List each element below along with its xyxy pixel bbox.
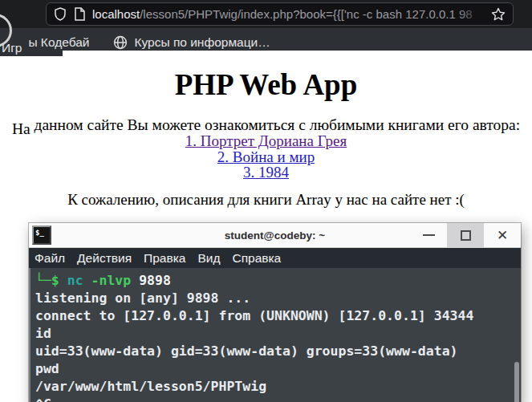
bookmark-label: ы Кодебай xyxy=(28,35,89,50)
terminal-app-icon: $_ xyxy=(32,225,51,245)
menu-help[interactable]: Справка xyxy=(232,251,281,266)
terminal-output-area[interactable]: └─$ nc -nlvp 9898 listening on [any] 989… xyxy=(29,268,521,402)
book-link-1[interactable]: 1. Портрет Дориана Грея xyxy=(0,133,532,149)
browser-toolbar: localhost/lesson5/PHPTwig/index.php?book… xyxy=(0,0,532,28)
terminal-output-line: pwd xyxy=(35,360,521,378)
url-fade-overlay xyxy=(457,3,484,25)
terminal-output-line: uid=33(www-data) gid=33(www-data) groups… xyxy=(35,343,521,360)
terminal-output-line: /var/www/html/lesson5/PHPTwig xyxy=(35,378,521,396)
intro-text: На данном сайте Вы можете ознакомиться с… xyxy=(0,116,532,133)
menu-edit[interactable]: Правка xyxy=(144,251,185,266)
book-link-2[interactable]: 2. Война и мир xyxy=(0,149,532,165)
command-options: -nlvp xyxy=(91,273,132,288)
bookmark-label: Курсы по информаци… xyxy=(134,35,270,50)
command-argument: 9898 xyxy=(139,273,171,288)
globe-icon xyxy=(113,35,128,50)
terminal-window: $_ student@codeby: ~ ✕ Файл Действия Пра… xyxy=(29,223,521,402)
book-link-list: 1. Портрет Дориана Грея 2. Война и мир 3… xyxy=(0,133,532,181)
bookmark-item-courses[interactable]: Курсы по информаци… xyxy=(113,35,270,50)
terminal-output-line: ^C xyxy=(35,396,521,402)
menu-view[interactable]: Вид xyxy=(197,251,220,266)
window-controls: ✕ xyxy=(410,223,521,247)
url-path: /lesson5/PHPTwig/index.php?book={{['nc -… xyxy=(140,7,472,21)
terminal-scrollbar-thumb[interactable] xyxy=(514,362,519,402)
no-description-message: К сожалению, описания для книги Array у … xyxy=(0,191,532,209)
menu-actions[interactable]: Действия xyxy=(77,251,132,266)
terminal-output-line: id xyxy=(35,325,521,343)
command-name: nc xyxy=(67,273,83,288)
terminal-output-line: connect to [127.0.0.1] from (UNKNOWN) [1… xyxy=(35,307,521,325)
minimize-button[interactable] xyxy=(410,223,447,247)
menu-file[interactable]: Файл xyxy=(35,251,65,266)
terminal-output-line: listening on [any] 9898 ... xyxy=(35,290,521,307)
close-button[interactable]: ✕ xyxy=(484,223,521,247)
page-icon[interactable] xyxy=(74,7,85,21)
url-bar[interactable]: localhost/lesson5/PHPTwig/index.php?book… xyxy=(46,2,514,26)
url-text[interactable]: localhost/lesson5/PHPTwig/index.php?book… xyxy=(92,3,484,25)
bookmark-star-icon[interactable] xyxy=(491,7,506,22)
shield-icon[interactable] xyxy=(54,7,67,21)
maximize-button[interactable] xyxy=(447,223,484,247)
maximize-icon xyxy=(461,230,471,241)
book-link-3[interactable]: 3. 1984 xyxy=(0,164,532,181)
page-background-notch xyxy=(63,51,532,56)
intro-rest: данном сайте Вы можете ознакомиться с лю… xyxy=(30,116,521,133)
intro-first-word: На xyxy=(12,120,30,137)
url-host: localhost xyxy=(92,7,140,21)
terminal-titlebar[interactable]: $_ student@codeby: ~ ✕ xyxy=(29,223,521,248)
minimize-icon xyxy=(423,234,435,236)
web-page-content: PHP Web App На данном сайте Вы можете оз… xyxy=(0,56,532,209)
shell-prompt: └─$ xyxy=(35,273,59,288)
terminal-prompt-line: └─$ nc -nlvp 9898 xyxy=(35,272,521,290)
terminal-menubar: Файл Действия Правка Вид Справка xyxy=(29,248,521,268)
bookmark-item-kodebay[interactable]: Игры Кодебай xyxy=(2,35,89,50)
page-title: PHP Web App xyxy=(0,67,532,102)
